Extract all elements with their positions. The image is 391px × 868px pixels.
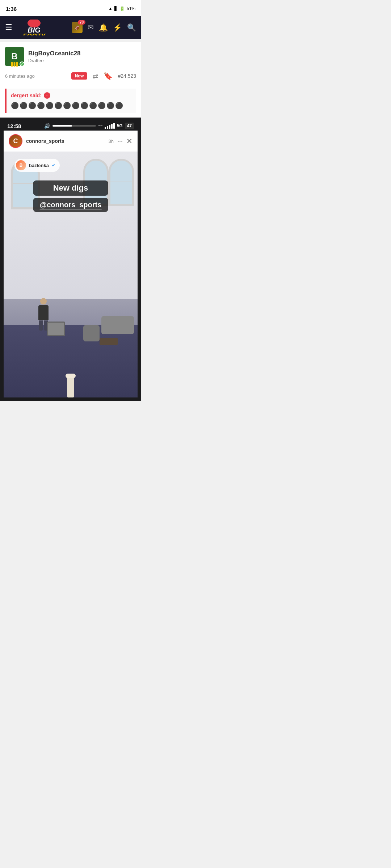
user-header: B ✓ BigBoyOceanic28 Draftee <box>0 42 141 69</box>
signal-bar-2 <box>107 126 108 129</box>
status-time: 1:36 <box>6 6 17 12</box>
new-badge: New <box>71 72 88 80</box>
user-role: Draftee <box>28 58 136 63</box>
phone-status-right: 🔊 〰 5G 47 <box>44 123 134 129</box>
caption-line1: New digs <box>33 180 108 196</box>
instagram-overlay: C connors_sports 3h ··· ✕ <box>4 131 138 397</box>
insta-account-name[interactable]: connors_sports <box>26 138 105 144</box>
user-avatar-nav[interactable]: 🏈 70 <box>72 22 83 33</box>
search-icon[interactable]: 🔍 <box>127 23 136 32</box>
person-leg-left <box>39 320 43 331</box>
signal-bar-5 <box>113 123 115 129</box>
phone-status-bar: 12:58 🔊 〰 <box>4 121 138 131</box>
insta-post-time: 3h <box>109 139 114 144</box>
logo[interactable]: BIG FOOTY <box>16 20 52 35</box>
quote-up-icon: ↑ <box>44 92 50 99</box>
bookmark-icon[interactable]: 🔖 <box>104 72 113 80</box>
quote-content: ⚫⚫⚫⚫⚫⚫⚫⚫⚫⚫⚫⚫⚫ <box>11 102 132 110</box>
online-indicator: ✓ <box>20 61 25 67</box>
profile-tag-name: bazlenka <box>29 163 49 168</box>
quote-block: dergert said: ↑ ⚫⚫⚫⚫⚫⚫⚫⚫⚫⚫⚫⚫⚫ <box>5 89 136 113</box>
share-icon[interactable]: ⇄ <box>92 72 98 80</box>
sofa <box>101 316 134 334</box>
armchair <box>83 325 100 341</box>
messages-icon[interactable]: ✉ <box>88 23 94 32</box>
navbar-left: ☰ BIG FOOTY <box>5 20 52 35</box>
lightning-icon[interactable]: ⚡ <box>113 23 122 32</box>
insta-story-header: C connors_sports 3h ··· ✕ <box>4 131 138 152</box>
status-icons: ▲ ▋ 🔋 51% <box>108 6 135 11</box>
wifi-icon: ▲ <box>108 6 113 11</box>
username[interactable]: BigBoyOceanic28 <box>28 50 136 57</box>
phone-screenshot-container: 12:58 🔊 〰 <box>0 118 141 401</box>
signal-bars <box>105 123 115 129</box>
audio-waves-icon: 〰 <box>98 123 102 128</box>
phone-screenshot: 12:58 🔊 〰 <box>0 118 141 401</box>
post-meta: 6 minutes ago New ⇄ 🔖 #24,523 <box>0 69 141 84</box>
hamburger-menu-icon[interactable]: ☰ <box>5 23 12 32</box>
status-bar: 1:36 ▲ ▋ 🔋 51% <box>0 0 141 16</box>
bigfooty-logo: BIG FOOTY <box>16 20 52 35</box>
profile-tag-bazlenka[interactable]: B bazlenka ✔ <box>14 159 60 172</box>
battery-icon: 🔋 <box>119 6 125 11</box>
signal-icon: ▋ <box>114 6 118 11</box>
user-info: BigBoyOceanic28 Draftee <box>28 50 136 63</box>
insta-story-content: B bazlenka ✔ <box>4 152 138 397</box>
rank-badge <box>11 62 18 67</box>
phone-battery: 47 <box>125 123 134 129</box>
audio-progress-bar <box>52 125 96 127</box>
monitor <box>47 322 65 336</box>
quote-author[interactable]: dergert said: ↑ <box>11 92 132 99</box>
signal-bar-3 <box>109 125 110 129</box>
phone-time: 12:58 <box>7 123 21 129</box>
room-image: B bazlenka ✔ <box>4 152 138 397</box>
insta-account-avatar[interactable]: C <box>9 134 22 148</box>
notifications-icon[interactable]: 🔔 <box>99 23 108 32</box>
caption-line2: @connors_sports <box>33 198 108 212</box>
volume-icon: 🔊 <box>44 123 50 129</box>
caption-overlay: New digs @connors_sports <box>33 180 108 212</box>
insta-avatar-inner: C <box>13 137 18 145</box>
insta-close-icon[interactable]: ✕ <box>126 137 133 145</box>
network-type: 5G <box>117 123 123 128</box>
coffee-table <box>100 338 118 345</box>
post-actions: New ⇄ 🔖 #24,523 <box>71 72 136 80</box>
window-right-2 <box>109 159 134 206</box>
user-avatar-wrap: B ✓ <box>5 47 24 66</box>
audio-progress-fill <box>52 125 72 127</box>
insta-more-icon[interactable]: ··· <box>117 137 123 145</box>
battery-percentage: 51% <box>127 6 135 11</box>
navbar: ☰ BIG FOOTY 🏈 70 ✉ 🔔 ⚡ 🔍 <box>0 16 141 39</box>
profile-tag-avatar: B <box>16 160 26 170</box>
svg-text:FOOTY: FOOTY <box>23 33 46 35</box>
post-number: #24,523 <box>118 73 136 79</box>
volume-control: 🔊 〰 <box>44 123 102 129</box>
post-container: B ✓ BigBoyOceanic28 Draftee 6 minutes ag… <box>0 42 141 401</box>
newel-post <box>67 376 74 397</box>
notification-badge: 70 <box>78 20 85 25</box>
newel-cap <box>66 374 76 378</box>
verified-icon: ✔ <box>52 163 55 168</box>
person-head <box>40 298 47 305</box>
post-timestamp: 6 minutes ago <box>5 73 35 79</box>
navbar-right: 🏈 70 ✉ 🔔 ⚡ 🔍 <box>72 22 136 33</box>
signal-bar-1 <box>105 127 106 129</box>
signal-bar-4 <box>111 124 113 129</box>
